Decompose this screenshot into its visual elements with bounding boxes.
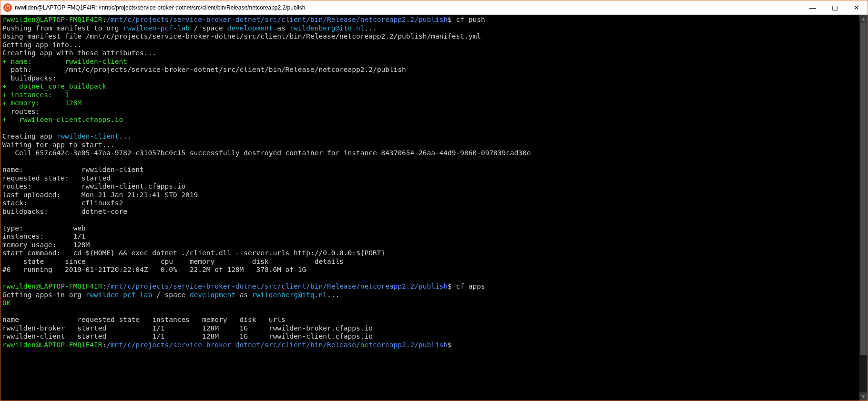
txt: Getting apps in org [2,291,86,299]
status-name: name: rwwilden-client [2,166,858,174]
apps-table-row: rwwilden-broker started 1/1 128M 1G rwwi… [2,324,858,333]
txt: as [273,24,289,32]
attr-path: path: /mnt/c/projects/service-broker-dot… [2,66,858,74]
scroll-track[interactable] [859,23,868,392]
close-button[interactable]: ✕ [846,0,868,14]
titlebar[interactable]: rwwilden@LAPTOP-FMQ1F4IR: /mnt/c/project… [0,0,868,15]
command-2: cf apps [452,282,485,290]
status-reqstate: requested state: started [2,174,858,183]
prompt-path: /mnt/c/projects/service-broker-dotnet/sr… [106,282,448,290]
txt: / space [152,291,190,299]
ubuntu-icon [3,3,12,12]
terminal-output[interactable]: rwwilden@LAPTOP-FMQ1F4IR:/mnt/c/projects… [0,15,859,401]
apps-table-row: rwwilden-client started 1/1 128M 1G rwwi… [2,332,858,341]
status-routes: routes: rwwilden-client.cfapps.io [2,182,858,191]
instance-table-row: #0 running 2019-01-21T20:22:04Z 0.0% 22.… [2,266,858,274]
scroll-thumb[interactable] [860,23,867,355]
scroll-down-button[interactable]: ▼ [859,392,868,401]
attr-memory: + memory: 128M [2,99,858,108]
prompt-user: rwwilden@LAPTOP-FMQ1F4IR [2,16,102,23]
prompt-sigil: $ [448,282,452,290]
attr-instances: + instances: 1 [2,91,858,100]
prompt-sep: : [102,16,107,23]
status-bps: buildpacks: dotnet-core [2,208,858,216]
scroll-up-button[interactable]: ▲ [859,15,868,23]
window-controls: — ▢ ✕ [802,0,868,14]
txt: as [235,291,252,299]
user-email: rwildenberg@itq.nl [252,291,327,299]
user-email: rwildenberg@itq.nl [289,24,364,32]
terminal-area: rwwilden@LAPTOP-FMQ1F4IR:/mnt/c/projects… [0,15,868,401]
status-stack: stack: cflinuxfs2 [2,199,858,208]
command-cursor[interactable] [452,341,456,349]
log-line: Cell 657c642c-3e05-47ea-9782-c31057bc0c1… [2,149,858,158]
txt: ... [327,291,339,299]
apps-table-header: name requested state instances memory di… [2,316,858,324]
attr-buildpack: + dotnet_core_buildpack [2,82,858,91]
status-type: type: web [2,224,858,233]
txt: ... [365,24,377,32]
prompt-sep: : [102,282,107,290]
log-line: Waiting for app to start... [2,141,858,150]
prompt-sigil: $ [448,341,452,349]
status-startcmd: start command: cd ${HOME} && exec dotnet… [2,249,858,258]
txt: ... [119,132,131,140]
space-name: development [190,291,235,299]
log-line: Using manifest file /mnt/c/projects/serv… [2,32,858,41]
attr-name: + name: rwwilden-client [2,58,858,66]
maximize-button[interactable]: ▢ [824,0,846,14]
status-uploaded: last uploaded: Mon 21 Jan 21:21:41 STD 2… [2,191,858,200]
space-name: development [227,24,273,32]
prompt-path: /mnt/c/projects/service-broker-dotnet/sr… [106,341,448,349]
org-name: rwwilden-pcf-lab [86,291,153,299]
prompt-path: /mnt/c/projects/service-broker-dotnet/sr… [106,16,448,23]
attr-routes-label: routes: [2,108,858,116]
minimize-button[interactable]: — [802,0,824,14]
log-line: Creating app with these attributes... [2,49,858,58]
prompt-sigil: $ [448,16,452,23]
ok-line: OK [2,299,858,308]
window-title: rwwilden@LAPTOP-FMQ1F4IR: /mnt/c/project… [15,4,802,11]
scrollbar[interactable]: ▲ ▼ [859,15,868,401]
txt: Pushing from manifest to org [2,24,123,32]
prompt-sep: : [102,341,107,349]
prompt-user: rwwilden@LAPTOP-FMQ1F4IR [2,282,102,290]
terminal-window: rwwilden@LAPTOP-FMQ1F4IR: /mnt/c/project… [0,0,868,401]
log-line: Getting app info... [2,41,858,50]
instance-table-header: state since cpu memory disk details [2,258,858,266]
status-memory: memory usage: 128M [2,241,858,250]
attr-buildpacks-label: buildpacks: [2,74,858,83]
txt: Creating app [2,132,57,140]
app-name: rwwilden-client [57,132,119,140]
attr-route: + rwwilden-client.cfapps.io [2,116,858,124]
status-instances: instances: 1/1 [2,232,858,241]
org-name: rwwilden-pcf-lab [123,24,190,32]
command-1: cf push [452,16,485,23]
prompt-user: rwwilden@LAPTOP-FMQ1F4IR [2,341,102,349]
txt: / space [190,24,227,32]
